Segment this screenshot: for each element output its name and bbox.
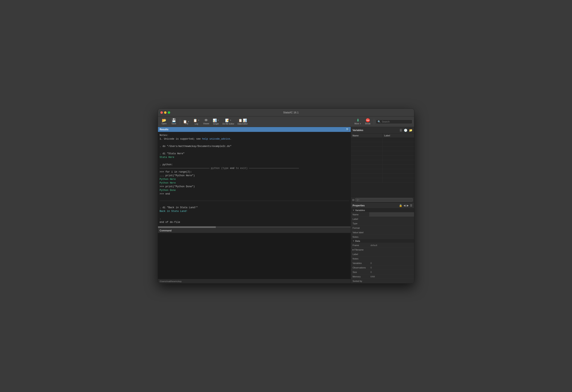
variables-search-input[interactable] [355, 198, 413, 202]
properties-lock-icon[interactable]: 🔒 [399, 204, 402, 207]
var-row-empty-2 [351, 142, 414, 147]
results-stata-here: Stata Here [159, 156, 174, 159]
results-python-here-2: Python Here [159, 182, 176, 184]
prop-section-variables[interactable]: ▼ Variables [351, 208, 414, 212]
prop-label-observations: Observations [351, 267, 369, 269]
prop-label-name: Name [351, 213, 369, 216]
minimize-button[interactable] [164, 111, 167, 114]
variables-list-icon[interactable]: ☰ [399, 129, 402, 132]
prop-value-observations: 0 [369, 266, 414, 270]
titlebar: Stata/IC 16.1 [158, 109, 414, 116]
results-link[interactable]: help unicode_advice [202, 138, 230, 141]
prop-row-name: Name [351, 212, 414, 217]
prop-value-valuelabel [369, 230, 414, 235]
properties-list-icon[interactable]: ☰ [410, 204, 413, 207]
command-input[interactable] [158, 233, 351, 279]
prop-value-filename [369, 248, 414, 252]
var-row-empty-10 [351, 178, 414, 183]
col-name: Name [351, 134, 383, 138]
prop-section-data-label: Data [355, 240, 360, 242]
prop-value-size: 0 [369, 270, 414, 274]
variables-title: Variables [352, 129, 363, 132]
prop-row-variables-count: Variables 0 [351, 261, 414, 266]
break-button[interactable]: ⛔ Break [363, 117, 372, 126]
open-button[interactable]: 📂 Open [159, 117, 169, 126]
var-row-empty-3 [351, 147, 414, 151]
variables-filter-icon: ▤ [352, 198, 354, 201]
save-icon: 💾 [172, 118, 176, 122]
open-icon: 📂 [162, 118, 166, 122]
results-di-back: . di "Back in Stata Land!" [159, 206, 198, 209]
log-button-2[interactable]: 📋 ▼ Log [192, 117, 201, 126]
variables-folder-icon[interactable]: 📁 [409, 129, 413, 132]
variables-columns: Name Label [351, 134, 414, 138]
prop-value-data-label [369, 252, 414, 256]
prop-value-name[interactable] [369, 212, 414, 217]
break-icon: ⛔ [365, 118, 370, 122]
viewer-button[interactable]: 👁 Viewer [202, 117, 211, 126]
search-box[interactable]: 🔍 [376, 120, 413, 124]
prop-value-format [369, 226, 414, 230]
results-end: >>> end [159, 192, 170, 195]
prop-row-filename: ▶ Filename [351, 248, 414, 252]
properties-title: Properties [352, 204, 365, 207]
scroll-track [158, 226, 351, 228]
results-python-cmd: . python: [159, 163, 173, 166]
prop-label-data-notes: Notes [351, 257, 369, 260]
save-button[interactable]: 💾 Save [169, 117, 178, 126]
dofile-icon: 📝 [225, 118, 229, 122]
log-dropdown-arrow: ▼ [198, 119, 200, 121]
col-label: Label [383, 134, 414, 138]
close-button[interactable] [160, 111, 163, 114]
chevron-filename: ▶ [352, 249, 354, 251]
results-python-done: Python Done [159, 189, 176, 192]
prop-label-valuelabel: Value label [351, 231, 369, 234]
results-for-loop: >>> for i in range(2): [159, 171, 192, 173]
viewer-icon: 👁 [204, 118, 208, 122]
variables-history-icon[interactable]: 🕐 [404, 129, 407, 132]
prop-row-frame: Frame default [351, 243, 414, 248]
var-row-empty-5 [351, 156, 414, 160]
results-back-stata: Back in Stata Land! [159, 210, 188, 213]
status-bar: /Users/matthewmckay [158, 279, 351, 283]
python-divider: ────────────────────────────────── pytho… [159, 167, 299, 170]
variables-body[interactable] [351, 138, 414, 197]
properties-icons: 🔒 ◀ ▶ ☰ [399, 204, 413, 207]
prop-row-valuelabel: Value label [351, 230, 414, 235]
prop-section-variables-label: Variables [355, 209, 365, 211]
maximize-button[interactable] [168, 111, 170, 114]
prop-value-notes-var [369, 235, 414, 239]
prop-value-data-notes [369, 256, 414, 261]
prop-label-format: Format [351, 227, 369, 229]
log-button[interactable]: 📋 ▼ Log [182, 117, 191, 126]
graph-icon: 📊 [213, 118, 217, 122]
results-body[interactable]: Notes: 1. Unicode is supported; see help… [158, 132, 351, 226]
graph-button[interactable]: 📊 ▼ Graph [211, 117, 221, 126]
scroll-thumb[interactable] [158, 226, 216, 228]
var-row-empty-7 [351, 165, 414, 169]
horizontal-scrollbar[interactable] [158, 226, 351, 228]
properties-nav-next[interactable]: ▶ [407, 204, 409, 207]
search-input[interactable] [382, 120, 410, 123]
prop-label-sorted-by: Sorted by [351, 280, 369, 282]
results-end-dofile: end of do-file [159, 221, 180, 224]
prop-label-notes-var: Notes [351, 236, 369, 238]
separator-2 [374, 119, 374, 125]
results-search-icon[interactable]: 🔍 [346, 128, 349, 131]
results-print-done: >>> print("Python Done") [159, 185, 195, 188]
command-panel: Command [158, 228, 351, 279]
results-dot1: . [159, 217, 161, 220]
prop-label-size: Size [351, 271, 369, 273]
properties-nav-prev[interactable]: ◀ [403, 204, 405, 207]
data-editor-button[interactable]: 📋 📊 Data Editor [236, 117, 249, 126]
toolbar: 📂 Open 💾 Save 📋 ▼ Log 📋 ▼ Log 👁 Viewer [158, 116, 414, 127]
results-di-cmd: . di "Stata Here" [159, 152, 184, 155]
prop-row-type: Type [351, 221, 414, 226]
dofile-button[interactable]: 📝 ▼ Do-file Editor [221, 117, 236, 126]
right-panel: Variables ☰ 🕐 📁 Name Label [351, 127, 414, 283]
results-line-2: 1. Unicode is supported; see [159, 138, 202, 141]
variables-search-bar: ▤ [351, 197, 414, 203]
prop-section-data[interactable]: ▼ Data [351, 239, 414, 243]
more-button[interactable]: ⬇ More ▼ [353, 117, 363, 126]
prop-label-variables-count: Variables [351, 262, 369, 264]
